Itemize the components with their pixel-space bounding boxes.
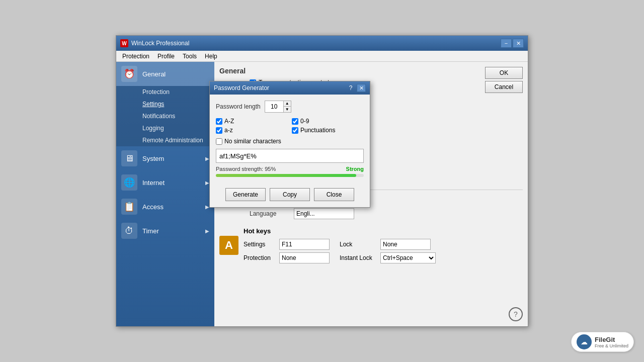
password-strength-text: Password strength: 95% bbox=[216, 166, 276, 172]
no-similar-input[interactable] bbox=[216, 138, 222, 145]
password-length-input[interactable] bbox=[265, 101, 283, 112]
dialog-help-btn[interactable]: ? bbox=[346, 84, 355, 92]
hotkey-lock-input[interactable] bbox=[380, 239, 431, 250]
password-strength-level: Strong bbox=[346, 166, 364, 172]
ok-cancel-area: OK Cancel bbox=[485, 67, 523, 93]
sidebar-sub-settings[interactable]: Settings bbox=[116, 98, 214, 110]
spinner-down-btn[interactable]: ▼ bbox=[284, 107, 291, 112]
general-icon: ⏰ bbox=[121, 66, 137, 82]
generated-password-input[interactable] bbox=[216, 149, 364, 163]
general-sub-items: Protection Settings Notifications Loggin… bbox=[116, 86, 214, 146]
timer-label: Timer bbox=[142, 227, 159, 235]
language-label: Language bbox=[250, 210, 290, 217]
password-length-label: Password length bbox=[216, 103, 261, 110]
hot-keys-section: A Hot keys Settings Protection bbox=[219, 227, 523, 263]
hot-key-col-right: Lock Instant Lock Ctrl+Space bbox=[340, 239, 436, 263]
hotkey-instant-lock-row: Instant Lock Ctrl+Space bbox=[340, 252, 436, 263]
copy-button[interactable]: Copy bbox=[270, 188, 310, 201]
sidebar-sub-notifications[interactable]: Notifications bbox=[116, 110, 214, 122]
hotkey-instant-lock-dropdown[interactable]: Ctrl+Space bbox=[380, 252, 436, 263]
internet-chevron: ▶ bbox=[205, 180, 209, 186]
hotkey-settings-label: Settings bbox=[244, 241, 276, 248]
menu-bar: Protection Profile Tools Help bbox=[116, 51, 528, 62]
dialog-close-btn[interactable]: ✕ bbox=[357, 84, 366, 92]
hot-keys-title: Hot keys bbox=[244, 227, 436, 235]
spinner-up-btn[interactable]: ▲ bbox=[284, 101, 291, 107]
sidebar-item-internet[interactable]: 🌐 Internet ▶ bbox=[116, 170, 214, 195]
menu-protection[interactable]: Protection bbox=[118, 52, 153, 61]
window-title: WinLock Professional bbox=[131, 40, 189, 47]
ok-button[interactable]: OK bbox=[485, 67, 523, 79]
no-similar-label: No similar characters bbox=[224, 138, 281, 145]
timer-chevron: ▶ bbox=[205, 228, 209, 234]
dialog-controls: ? ✕ bbox=[346, 84, 366, 92]
system-chevron: ▶ bbox=[205, 156, 209, 161]
app-icon: W bbox=[120, 39, 128, 47]
hotkey-protection-row: Protection bbox=[244, 252, 330, 263]
password-strength-bar bbox=[216, 174, 356, 177]
timer-icon: ⏱ bbox=[121, 223, 137, 239]
hotkey-settings-input[interactable] bbox=[279, 239, 330, 250]
password-generator-dialog: Password Generator ? ✕ Password length ▲… bbox=[209, 81, 370, 208]
password-length-spinner: ▲ ▼ bbox=[265, 101, 291, 113]
hot-keys-grid: Settings Protection Lock bbox=[244, 239, 436, 263]
filegit-name: FileGit bbox=[595, 336, 628, 343]
filegit-tagline: Free & Unlimited bbox=[595, 343, 628, 348]
close-button[interactable]: ✕ bbox=[513, 39, 524, 48]
system-label: System bbox=[142, 155, 164, 162]
menu-tools[interactable]: Tools bbox=[179, 52, 201, 61]
filegit-text: FileGit Free & Unlimited bbox=[595, 336, 628, 348]
language-input[interactable] bbox=[294, 208, 354, 219]
generate-button[interactable]: Generate bbox=[225, 188, 266, 201]
option-az-upper: A-Z bbox=[216, 118, 288, 125]
sidebar-sub-protection[interactable]: Protection bbox=[116, 86, 214, 98]
close-dialog-button[interactable]: Close bbox=[314, 188, 354, 201]
dialog-footer: Generate Copy Close bbox=[210, 188, 370, 207]
no-similar-row: No similar characters bbox=[216, 138, 364, 145]
minimize-button[interactable]: − bbox=[501, 39, 512, 48]
menu-help[interactable]: Help bbox=[201, 52, 221, 61]
option-punctuations-input[interactable] bbox=[292, 127, 298, 134]
spinner-buttons: ▲ ▼ bbox=[283, 101, 291, 112]
option-az-lower-input[interactable] bbox=[216, 127, 222, 134]
hotkeys-icon: A bbox=[219, 236, 238, 255]
sidebar-sub-remote-admin[interactable]: Remote Administration bbox=[116, 134, 214, 146]
option-az-upper-label: A-Z bbox=[224, 118, 234, 125]
sidebar-item-system[interactable]: 🖥 System ▶ bbox=[116, 146, 214, 170]
hotkey-settings-row: Settings bbox=[244, 239, 330, 250]
hotkey-protection-label: Protection bbox=[244, 254, 276, 261]
dialog-content: Password length ▲ ▼ A-Z bbox=[210, 95, 370, 188]
password-length-row: Password length ▲ ▼ bbox=[216, 101, 364, 113]
access-chevron: ▶ bbox=[205, 204, 209, 210]
sidebar-item-timer[interactable]: ⏱ Timer ▶ bbox=[116, 219, 214, 243]
system-icon: 🖥 bbox=[121, 150, 137, 166]
sidebar-item-access[interactable]: 📋 Access ▶ bbox=[116, 195, 214, 219]
hotkey-instant-lock-label: Instant Lock bbox=[340, 254, 377, 261]
internet-label: Internet bbox=[142, 179, 165, 187]
option-punctuations: Punctuations bbox=[292, 127, 364, 134]
sidebar-item-general[interactable]: ⏰ General bbox=[116, 62, 214, 86]
option-09-input[interactable] bbox=[292, 118, 298, 125]
internet-icon: 🌐 bbox=[121, 174, 137, 191]
hotkey-protection-input[interactable] bbox=[279, 252, 330, 263]
help-button[interactable]: ? bbox=[509, 307, 523, 321]
sidebar-sub-logging[interactable]: Logging bbox=[116, 122, 214, 134]
title-bar-left: W WinLock Professional bbox=[120, 39, 189, 47]
dialog-titlebar: Password Generator ? ✕ bbox=[210, 81, 370, 95]
language-row: Language bbox=[250, 208, 523, 219]
option-az-lower-label: a-z bbox=[224, 127, 233, 134]
hotkey-lock-row: Lock bbox=[340, 239, 436, 250]
menu-profile[interactable]: Profile bbox=[153, 52, 179, 61]
hot-key-col-left: Settings Protection bbox=[244, 239, 330, 263]
option-09-label: 0-9 bbox=[300, 118, 309, 125]
window-controls: − ✕ bbox=[501, 39, 524, 48]
sidebar: ⏰ General Protection Settings Notificati… bbox=[116, 62, 214, 326]
filegit-logo: ☁ bbox=[577, 334, 592, 349]
option-az-upper-input[interactable] bbox=[216, 118, 222, 125]
option-az-lower: a-z bbox=[216, 127, 288, 134]
password-options-grid: A-Z 0-9 a-z Punctuations bbox=[216, 118, 364, 134]
cancel-button[interactable]: Cancel bbox=[485, 81, 523, 93]
option-punctuations-label: Punctuations bbox=[300, 127, 335, 134]
access-label: Access bbox=[142, 203, 164, 211]
password-strength-bar-bg bbox=[216, 174, 364, 177]
